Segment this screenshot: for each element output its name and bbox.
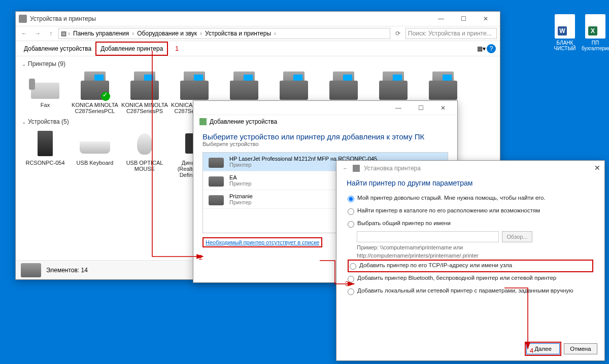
radio-tcpip[interactable]: Добавить принтер по его TCP/IP-адресу ил… [348,260,593,272]
printer-icon [207,193,225,205]
crumb[interactable]: Оборудование и звук [136,30,198,37]
radio-label: Добавить локальный или сетевой принтер с… [357,287,573,294]
radio-label: Добавить принтер по его TCP/IP-адресу ил… [359,262,512,268]
device-type: Принтер [229,199,253,205]
annotation-number: 2 [199,253,202,261]
item-label: RCSONPC-054 [22,160,69,166]
toolbar: Добавление устройства Добавление принтер… [16,41,500,56]
search-input[interactable]: Поиск: Устройства и принте... [405,28,497,39]
help-button[interactable]: ? [487,44,496,53]
radio-catalog[interactable]: Найти принтер в каталоге по его располож… [348,205,593,217]
item-label: KONICA MINOLTA C287SeriesPS [121,102,168,114]
forward-button[interactable]: → [32,28,43,39]
radio-input[interactable] [348,288,354,295]
radio-label: Выбрать общий принтер по имени [357,220,451,226]
refresh-button[interactable]: ⟳ [392,28,403,39]
radio-local[interactable]: Добавить локальный или сетевой принтер с… [348,285,593,298]
dialog-heading: Выберите устройство или принтер для доба… [193,128,457,141]
dialog-header: ← Установка принтера [336,161,604,176]
radio-shared[interactable]: Выбрать общий принтер по имени [348,217,593,230]
dialog-title: Установка принтера [364,165,421,172]
radio-label: Мой принтер довольно старый. Мне нужна п… [357,195,546,201]
example-text: http://computername/printers/printername… [348,251,593,260]
printer-icon [207,156,225,168]
device-icon [199,118,207,125]
address-bar: ← → ↑ ▤› Панель управления› Оборудование… [16,26,500,41]
maximize-button[interactable]: ☐ [410,101,432,115]
example-text: Пример: \\computername\printername или [348,243,593,251]
radio-old-printer[interactable]: Мой принтер довольно старый. Мне нужна п… [348,192,593,205]
crumb[interactable]: Панель управления [72,30,130,37]
status-icon [21,263,41,277]
printer-icon [207,174,225,187]
control-panel-icon: ▤ [61,30,66,37]
item-label: Fax [22,102,69,108]
titlebar[interactable]: Устройства и принтеры — ☐ ✕ [16,12,500,26]
dialog-subtitle-text: Добавление устройства [210,118,277,125]
group-header-printers[interactable]: ⌄Принтеры (9) [22,58,494,69]
minimize-button[interactable]: — [430,12,452,26]
browse-button[interactable]: Обзор... [502,231,532,242]
word-file-icon [555,14,575,39]
radio-input[interactable] [348,208,354,215]
radio-input[interactable] [348,221,354,228]
window-icon [19,15,27,23]
status-text: Элементов: 14 [46,267,88,274]
crumb[interactable]: Устройства и принтеры [204,30,273,37]
close-button[interactable]: ✕ [594,164,600,172]
desktop-icon-label: ПП бухгалтерия [582,40,609,51]
find-printer-dialog: ✕ ← Установка принтера Найти принтер по … [336,160,605,361]
device-name: EA [229,174,251,180]
maximize-button[interactable]: ☐ [452,12,475,26]
device-name: Priznanie [229,193,253,199]
close-button[interactable]: ✕ [475,12,497,26]
annotation-number: 1 [175,45,179,52]
radio-bluetooth[interactable]: Добавить принтер Bluetooth, беспроводной… [348,272,593,285]
add-device-button[interactable]: Добавление устройства [20,43,95,55]
printer-not-listed-link[interactable]: Необходимый принтер отсутствует в списке [202,237,322,247]
item-label: USB Keyboard [72,160,118,166]
dialog-subheading: Выберите устройство [193,141,457,150]
dialog-heading: Найти принтер по другим параметрам [336,176,604,192]
add-printer-button[interactable]: Добавление принтера [95,42,168,56]
device-item[interactable]: USB OPTICAL MOUSE [121,127,168,180]
radio-label: Найти принтер в каталоге по его располож… [357,207,540,213]
radio-input[interactable] [348,196,354,202]
breadcrumb[interactable]: ▤› Панель управления› Оборудование и зву… [58,28,390,39]
view-options-button[interactable]: ▦▾ [476,45,487,52]
radio-input[interactable] [350,263,356,270]
dialog-subtitle: Добавление устройства [193,115,457,128]
item-label: USB OPTICAL MOUSE [121,160,168,172]
annotation-number: 4 [530,347,533,354]
device-item[interactable]: RCSONPC-054 [22,127,69,180]
shared-name-input[interactable] [357,231,499,242]
device-type: Принтер [229,180,251,187]
group-title: Устройства (5) [28,118,69,125]
titlebar[interactable]: — ☐ ✕ [193,101,457,115]
group-title: Принтеры (9) [28,60,65,67]
item-label: KONICA MINOLTA C287SeriesPCL [72,102,118,114]
annotation-number: 3 [345,280,349,287]
up-button[interactable]: ↑ [45,28,56,39]
radio-label: Добавить принтер Bluetooth, беспроводной… [357,275,556,281]
desktop-icon-label: БЛАНК ЧИСТЫЙ [551,40,579,51]
device-item[interactable]: KONICA MINOLTA C287SeriesPS [121,69,168,116]
close-button[interactable]: ✕ [432,101,454,115]
back-button[interactable]: ← [343,165,349,172]
cancel-button[interactable]: Отмена [564,343,597,354]
back-button[interactable]: ← [19,28,30,39]
device-item[interactable]: USB Keyboard [72,127,118,180]
window-title: Устройства и принтеры [30,15,96,22]
search-placeholder: Поиск: Устройства и принте... [408,30,492,37]
minimize-button[interactable]: — [387,101,410,115]
device-item[interactable]: Fax [22,69,69,116]
excel-file-icon [585,14,605,39]
printer-icon [353,165,360,172]
desktop-icon-excel[interactable]: ПП бухгалтерия [582,14,609,51]
device-item[interactable]: KONICA MINOLTA C287SeriesPCL [72,69,118,116]
desktop-icon-word[interactable]: БЛАНК ЧИСТЫЙ [551,14,579,51]
